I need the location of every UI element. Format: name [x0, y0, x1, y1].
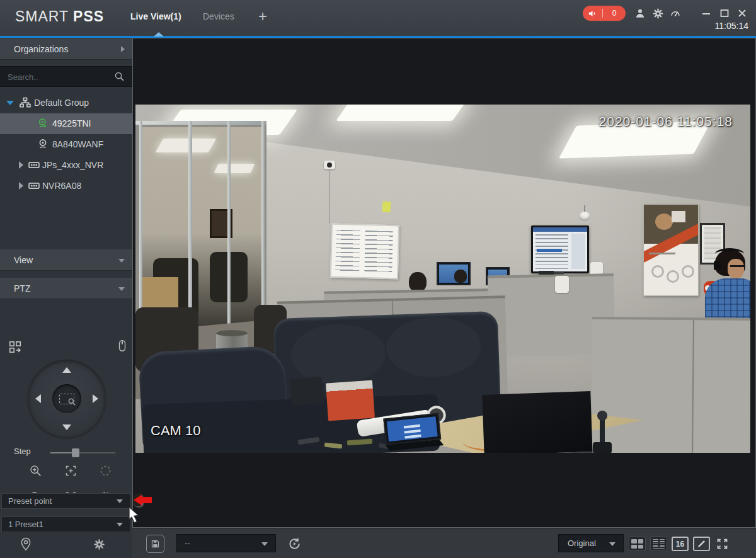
preset-value-dropdown[interactable]: 1 Preset1: [1, 516, 131, 532]
tree-item-camera-selected[interactable]: 49225TNI: [0, 113, 132, 134]
grid-9-button[interactable]: [650, 537, 667, 551]
expander-closed-icon[interactable]: [19, 161, 23, 169]
grid-4-button[interactable]: [629, 537, 646, 551]
settings-button[interactable]: [651, 6, 665, 20]
view-section-header[interactable]: View: [0, 249, 132, 271]
tree-item-label: NVR6A08: [42, 181, 81, 191]
zoom-to-area-button[interactable]: [52, 384, 81, 413]
zoom-to-area-icon: [59, 394, 74, 404]
tree-item-camera[interactable]: 8A840WANF: [0, 134, 132, 155]
location-pin-icon: [20, 537, 32, 552]
tree-item-nvr[interactable]: JPs_4xxx_NVR: [0, 155, 132, 176]
red-box-on-couch: [326, 380, 375, 421]
user-button[interactable]: [633, 6, 647, 20]
chevron-down-icon: [609, 542, 616, 546]
focus-plus-button[interactable]: [63, 463, 78, 478]
minimize-icon: [702, 9, 711, 18]
view-label: View: [14, 255, 33, 265]
expander-closed-icon[interactable]: [19, 182, 23, 190]
tree-group-default[interactable]: Default Group: [0, 93, 132, 113]
fullscreen-icon: [716, 537, 729, 550]
expand-right-icon: [121, 46, 125, 52]
fullscreen-button[interactable]: [714, 536, 730, 552]
nvr-icon: [28, 159, 40, 171]
preset-settings-button[interactable]: [91, 536, 107, 552]
preset-point-label: Preset point: [8, 496, 52, 506]
office-worker-right: [701, 249, 750, 328]
stream-value: --: [185, 538, 190, 548]
wall-camera: [324, 161, 335, 169]
video-osd-timestamp: 2020-01-06 11:05:18: [599, 114, 733, 129]
camera-video-scene: [135, 105, 750, 453]
save-view-button[interactable]: [146, 535, 164, 553]
sitemap-icon: [19, 96, 32, 109]
preset-point-dropdown[interactable]: Preset point: [1, 493, 131, 509]
stream-select-dropdown[interactable]: --: [176, 534, 276, 552]
performance-button[interactable]: [668, 6, 682, 20]
ptz-left-arrow[interactable]: [35, 394, 41, 403]
refresh-button[interactable]: [286, 535, 302, 552]
gear-icon: [652, 8, 664, 20]
goto-preset-button[interactable]: [18, 536, 34, 552]
tab-devices[interactable]: Devices: [203, 11, 234, 21]
ptz-up-arrow[interactable]: [62, 367, 71, 373]
playback-toolbar: -- Original 16: [132, 528, 756, 558]
video-tile[interactable]: 2020-01-06 11:05:18 CAM 10: [132, 38, 756, 528]
chevron-down-icon: [118, 259, 125, 263]
close-icon: [738, 9, 747, 18]
background-worker: [409, 272, 427, 292]
expander-open-icon[interactable]: [6, 101, 14, 105]
stroke-pen-icon: [697, 540, 706, 548]
interior-light: [156, 139, 217, 152]
ptz-right-arrow[interactable]: [93, 394, 98, 403]
close-button[interactable]: [735, 6, 749, 20]
tree-item-nvr[interactable]: NVR6A08: [0, 176, 132, 196]
ptz-down-arrow[interactable]: [62, 424, 71, 430]
minimize-button[interactable]: [699, 6, 713, 20]
dark-device-on-couch: [289, 377, 324, 406]
preset-value-label: 1 Preset1: [8, 520, 43, 529]
search-input[interactable]: [6, 69, 110, 84]
refresh-icon: [287, 537, 302, 551]
mouse-control-icon: [117, 339, 128, 353]
glass-frame: [261, 121, 265, 330]
ceiling-light: [336, 105, 467, 121]
layout-switch-icon: [8, 340, 22, 354]
scale-mode-dropdown[interactable]: Original: [558, 534, 624, 552]
organizations-header[interactable]: Organizations: [0, 38, 132, 60]
tree-item-label: JPs_4xxx_NVR: [42, 160, 103, 170]
maximize-button[interactable]: [718, 6, 731, 20]
step-slider[interactable]: [50, 452, 115, 453]
glass-meeting-room: [135, 121, 266, 330]
search-icon[interactable]: [114, 71, 125, 82]
step-label: Step: [14, 447, 31, 456]
alarm-button[interactable]: 0: [583, 6, 626, 21]
ptz-panel: Step More Functions: [0, 300, 132, 489]
ptz-joystick-device: [593, 411, 612, 453]
laptop: [383, 413, 443, 453]
dark-monitor-foreground: [482, 391, 592, 453]
background-worker: [454, 270, 467, 283]
whiteboard-writing: [335, 230, 360, 272]
paper-roll: [555, 276, 569, 293]
grid-16-button[interactable]: 16: [672, 537, 689, 551]
slider-thumb[interactable]: [72, 448, 79, 457]
glass-frame: [135, 121, 266, 125]
smartpss-window: SMART PSS Live View(1) Devices + 0: [0, 0, 756, 558]
gauge-icon: [669, 8, 682, 19]
add-tab-button[interactable]: +: [258, 8, 267, 25]
cubicle-partition-right: [591, 317, 750, 453]
ceiling-camera: [579, 205, 590, 224]
iris-open-button[interactable]: [98, 463, 113, 478]
nvr-icon: [28, 179, 40, 192]
ptz-section-header[interactable]: PTZ: [0, 278, 132, 299]
mouse-control-button[interactable]: [115, 338, 130, 353]
organizations-label: Organizations: [14, 44, 68, 54]
zoom-in-button[interactable]: [28, 463, 43, 478]
wall-tv: [531, 225, 589, 273]
stroke-pen-button[interactable]: [693, 537, 710, 551]
tab-live-view[interactable]: Live View(1): [130, 11, 181, 21]
layout-switch-button[interactable]: [8, 339, 23, 355]
accent-divider: [0, 36, 756, 38]
alarm-count-badge: 0: [603, 9, 626, 18]
